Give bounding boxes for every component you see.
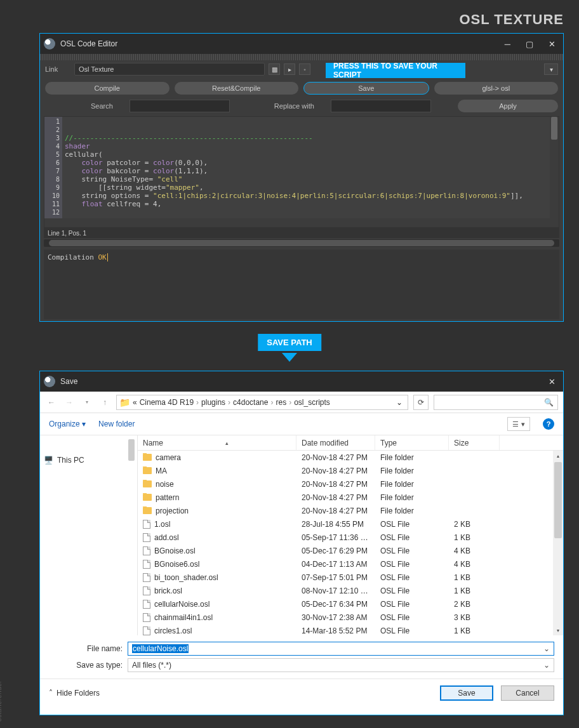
nav-forward-icon[interactable]: → [63, 398, 76, 407]
save-script-button[interactable]: Save [303, 82, 429, 95]
list-item[interactable]: add.osl05-Sep-17 11:36 PMOSL File1 KB [138, 531, 563, 544]
cursor-status: Line 1, Pos. 1 [44, 228, 559, 238]
link-play-icon[interactable]: ▸ [284, 63, 295, 75]
code-vertical-scrollbar[interactable] [550, 117, 559, 218]
breadcrumb-item[interactable]: c4doctane [233, 398, 268, 407]
help-button[interactable]: ? [543, 418, 554, 430]
code-horizontal-scrollbar[interactable] [44, 218, 559, 227]
breadcrumb[interactable]: 📁 « Cinema 4D R19› plugins› c4doctane› r… [116, 395, 408, 410]
file-icon [143, 546, 150, 555]
save-titlebar[interactable]: Save ✕ [40, 371, 563, 392]
link-dropdown-icon[interactable]: ▾ [544, 63, 558, 75]
apply-button[interactable]: Apply [458, 100, 558, 112]
replace-input[interactable] [331, 100, 431, 112]
column-date[interactable]: Date modified [296, 435, 375, 450]
breadcrumb-item[interactable]: osl_scripts [294, 398, 330, 407]
nav-dropdown-icon[interactable]: ▾ [81, 399, 93, 405]
close-button[interactable]: ✕ [549, 39, 556, 49]
list-item[interactable]: circles1.osl14-Mar-18 5:52 PMOSL File1 K… [138, 624, 563, 635]
glsl-to-osl-button[interactable]: glsl-> osl [434, 82, 559, 95]
save-path-arrow-icon [282, 353, 297, 362]
nav-toolbar: ← → ▾ ↑ 📁 « Cinema 4D R19› plugins› c4do… [40, 392, 563, 413]
list-item[interactable]: BGnoise.osl05-Dec-17 6:29 PMOSL File4 KB [138, 544, 563, 557]
column-name[interactable]: Name▴ [138, 435, 296, 450]
file-icon [143, 573, 150, 582]
save-button[interactable]: Save [440, 685, 493, 701]
save-window-title: Save [60, 377, 549, 386]
file-icon [143, 626, 150, 635]
list-item[interactable]: chainmail4in1.osl30-Nov-17 2:38 AMOSL Fi… [138, 611, 563, 624]
search-label: Search [91, 102, 113, 110]
folder-tree[interactable]: 🖥️ This PC [40, 435, 138, 635]
code-text[interactable]: //--------------------------------------… [62, 117, 550, 218]
search-input[interactable] [130, 100, 230, 112]
maximize-button[interactable]: ▢ [526, 39, 533, 49]
list-item[interactable]: 1.osl28-Jul-18 4:55 PMOSL File2 KB [138, 517, 563, 531]
folder-icon [143, 454, 152, 461]
organize-menu[interactable]: Organize ▾ [49, 420, 86, 428]
explorer-toolbar: Organize ▾ New folder ☰ ▾ ? [40, 413, 563, 435]
filename-label: File name: [49, 644, 123, 653]
chevron-up-icon: ˄ [49, 689, 53, 698]
chevron-down-icon[interactable]: ⌄ [543, 644, 550, 653]
list-item[interactable]: bi_toon_shader.osl07-Sep-17 5:01 PMOSL F… [138, 571, 563, 584]
chevron-down-icon[interactable]: ⌄ [396, 398, 403, 407]
folder-icon [143, 494, 152, 501]
list-vertical-scrollbar[interactable]: ▴ ▾ [553, 451, 563, 635]
save-path-callout: SAVE PATH [258, 334, 321, 351]
savetype-label: Save as type: [49, 661, 123, 670]
scroll-down-icon[interactable]: ▾ [553, 625, 563, 635]
link-label: Link [45, 65, 70, 73]
cancel-button[interactable]: Cancel [501, 685, 554, 701]
tree-scrollbar[interactable] [127, 437, 136, 634]
list-item[interactable]: cellularNoise.osl05-Dec-17 6:34 PMOSL Fi… [138, 597, 563, 611]
window-grip[interactable] [40, 54, 563, 60]
breadcrumb-item[interactable]: res [276, 398, 286, 407]
list-item[interactable]: MA20-Nov-18 4:27 PMFile folder [138, 464, 563, 477]
breadcrumb-item[interactable]: plugins [201, 398, 225, 407]
list-item[interactable]: camera20-Nov-18 4:27 PMFile folder [138, 451, 563, 464]
chevron-down-icon[interactable]: ⌄ [543, 661, 550, 670]
list-item[interactable]: pattern20-Nov-18 4:27 PMFile folder [138, 491, 563, 504]
folder-icon: 📁 [119, 397, 130, 407]
file-icon [143, 520, 150, 529]
new-folder-button[interactable]: New folder [98, 420, 135, 428]
osl-titlebar[interactable]: OSL Code Editor ─ ▢ ✕ [40, 34, 563, 54]
save-callout: PRESS THIS TO SAVE YOUR SCRIPT [326, 63, 465, 78]
nav-back-icon[interactable]: ← [45, 398, 58, 407]
file-icon [143, 600, 150, 609]
folder-icon [143, 480, 152, 487]
breadcrumb-item[interactable]: Cinema 4D R19 [140, 398, 194, 407]
nav-up-icon[interactable]: ↑ [98, 398, 111, 407]
line-gutter: 123456789101112 [44, 117, 62, 218]
osl-window-title: OSL Code Editor [60, 39, 505, 48]
list-item[interactable]: noise20-Nov-18 4:27 PMFile folder [138, 477, 563, 491]
file-icon [143, 586, 150, 595]
link-checker-icon[interactable]: ▩ [269, 63, 280, 75]
search-icon: 🔍 [544, 398, 554, 407]
minimize-button[interactable]: ─ [505, 39, 510, 49]
page-title: OSL TEXTURE [459, 11, 564, 28]
scroll-up-icon[interactable]: ▴ [553, 451, 563, 461]
column-type[interactable]: Type [375, 435, 449, 450]
sort-asc-icon: ▴ [225, 440, 229, 446]
filename-input[interactable]: cellularNoise.osl ⌄ [128, 642, 554, 656]
compile-button[interactable]: Compile [45, 82, 170, 95]
file-icon [143, 613, 150, 622]
list-item[interactable]: brick.osl08-Nov-17 12:10 P...OSL File1 K… [138, 584, 563, 597]
editor-scrollbar[interactable] [44, 239, 559, 247]
view-mode-button[interactable]: ☰ ▾ [507, 417, 530, 431]
column-size[interactable]: Size [449, 435, 500, 450]
reset-compile-button[interactable]: Reset&Compile [175, 82, 299, 95]
link-clear-icon[interactable]: ◦ [299, 63, 310, 75]
tree-item-thispc[interactable]: 🖥️ This PC [44, 456, 133, 465]
code-editor[interactable]: 123456789101112 //----------------------… [44, 116, 559, 228]
refresh-button[interactable]: ⟳ [413, 395, 429, 410]
list-item[interactable]: projection20-Nov-18 4:27 PMFile folder [138, 504, 563, 517]
savetype-combo[interactable]: All files (*.*) ⌄ [128, 658, 554, 672]
link-field[interactable]: Osl Texture [74, 63, 265, 76]
hide-folders-toggle[interactable]: ˄ Hide Folders [49, 689, 100, 698]
list-item[interactable]: BGnoise6.osl04-Dec-17 1:13 AMOSL File4 K… [138, 557, 563, 571]
close-button[interactable]: ✕ [549, 377, 556, 387]
search-input[interactable]: 🔍 [434, 395, 558, 410]
